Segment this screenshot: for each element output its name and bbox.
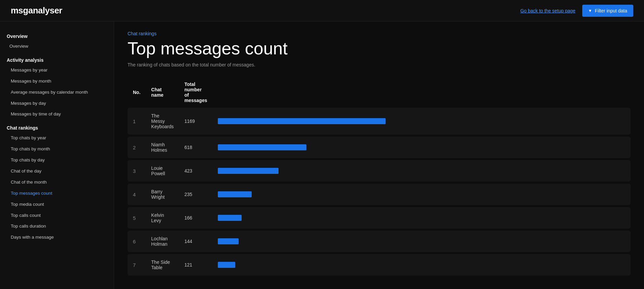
sidebar-item-messages-by-day[interactable]: Messages by day bbox=[0, 98, 114, 109]
cell-bar bbox=[212, 108, 631, 135]
header-right: Go back to the setup page ▼ Filter input… bbox=[520, 5, 633, 17]
cell-count: 144 bbox=[179, 231, 213, 252]
cell-rank: 3 bbox=[128, 160, 146, 182]
sidebar-item-messages-by-time-of-day[interactable]: Messages by time of day bbox=[0, 109, 114, 120]
cell-rank: 7 bbox=[128, 254, 146, 276]
table-row: 2 Niamh Holmes 618 bbox=[128, 137, 631, 158]
cell-bar bbox=[212, 184, 631, 205]
cell-count: 121 bbox=[179, 254, 213, 276]
table-body: 1 The Messy Keyboards 1169 2 Niamh Holme… bbox=[128, 108, 631, 276]
filter-icon: ▼ bbox=[588, 8, 592, 13]
sidebar-section-chat-rankings: Chat rankings bbox=[0, 123, 114, 133]
filter-button-label: Filter input data bbox=[595, 8, 628, 13]
bar-container bbox=[218, 191, 625, 197]
sidebar-item-overview[interactable]: Overview bbox=[0, 41, 114, 52]
sidebar-item-chat-of-the-month[interactable]: Chat of the month bbox=[0, 177, 114, 188]
cell-rank: 1 bbox=[128, 108, 146, 135]
bar-container bbox=[218, 144, 625, 150]
sidebar-section-overview: Overview bbox=[0, 31, 114, 41]
page-title: Top messages count bbox=[128, 39, 631, 58]
sidebar-item-top-calls-count[interactable]: Top calls count bbox=[0, 210, 114, 221]
layout: Overview Overview Activity analysis Mess… bbox=[0, 21, 644, 289]
bar bbox=[218, 168, 279, 174]
cell-count: 423 bbox=[179, 160, 213, 182]
bar bbox=[218, 262, 235, 268]
table-row: 7 The Side Table 121 bbox=[128, 254, 631, 276]
col-header-total: Total number of messages bbox=[179, 79, 213, 106]
bar bbox=[218, 144, 306, 150]
bar bbox=[218, 238, 239, 244]
cell-chat-name: Barry Wright bbox=[146, 184, 179, 205]
cell-bar bbox=[212, 137, 631, 158]
cell-bar bbox=[212, 231, 631, 252]
go-back-link[interactable]: Go back to the setup page bbox=[520, 8, 575, 13]
sidebar-section-activity: Activity analysis bbox=[0, 55, 114, 65]
filter-button[interactable]: ▼ Filter input data bbox=[582, 5, 633, 17]
sidebar: Overview Overview Activity analysis Mess… bbox=[0, 21, 114, 289]
bar-container bbox=[218, 215, 625, 221]
bar bbox=[218, 215, 242, 221]
bar bbox=[218, 191, 252, 197]
sidebar-item-avg-messages-by-calendar-month[interactable]: Average messages by calendar month bbox=[0, 87, 114, 98]
cell-bar bbox=[212, 160, 631, 182]
app-logo: msganalyser bbox=[11, 5, 62, 16]
cell-count: 235 bbox=[179, 184, 213, 205]
bar-container bbox=[218, 262, 625, 268]
cell-count: 1169 bbox=[179, 108, 213, 135]
cell-bar bbox=[212, 207, 631, 229]
cell-rank: 6 bbox=[128, 231, 146, 252]
cell-chat-name: Niamh Holmes bbox=[146, 137, 179, 158]
bar-container bbox=[218, 238, 625, 244]
table-row: 4 Barry Wright 235 bbox=[128, 184, 631, 205]
cell-chat-name: Lochlan Holman bbox=[146, 231, 179, 252]
cell-rank: 5 bbox=[128, 207, 146, 229]
page-description: The ranking of chats based on the total … bbox=[128, 62, 631, 67]
sidebar-item-messages-by-month[interactable]: Messages by month bbox=[0, 76, 114, 87]
sidebar-item-top-chats-by-day[interactable]: Top chats by day bbox=[0, 155, 114, 166]
cell-chat-name: Kelvin Levy bbox=[146, 207, 179, 229]
cell-rank: 4 bbox=[128, 184, 146, 205]
header: msganalyser Go back to the setup page ▼ … bbox=[0, 0, 644, 21]
table-row: 1 The Messy Keyboards 1169 bbox=[128, 108, 631, 135]
main-content: Chat rankings Top messages count The ran… bbox=[114, 21, 644, 289]
sidebar-item-top-messages-count[interactable]: Top messages count bbox=[0, 188, 114, 199]
cell-chat-name: The Messy Keyboards bbox=[146, 108, 179, 135]
col-header-rank: No. bbox=[128, 79, 146, 106]
col-header-chat-name: Chat name bbox=[146, 79, 179, 106]
cell-chat-name: Louie Powell bbox=[146, 160, 179, 182]
sidebar-item-top-media-count[interactable]: Top media count bbox=[0, 199, 114, 210]
bar-container bbox=[218, 168, 625, 174]
table-row: 6 Lochlan Holman 144 bbox=[128, 231, 631, 252]
cell-count: 618 bbox=[179, 137, 213, 158]
sidebar-item-top-calls-duration[interactable]: Top calls duration bbox=[0, 221, 114, 232]
sidebar-item-chat-of-the-day[interactable]: Chat of the day bbox=[0, 166, 114, 177]
sidebar-item-messages-by-year[interactable]: Messages by year bbox=[0, 65, 114, 76]
cell-count: 166 bbox=[179, 207, 213, 229]
cell-rank: 2 bbox=[128, 137, 146, 158]
sidebar-item-top-chats-by-month[interactable]: Top chats by month bbox=[0, 144, 114, 155]
cell-bar bbox=[212, 254, 631, 276]
bar-container bbox=[218, 118, 625, 124]
table-row: 3 Louie Powell 423 bbox=[128, 160, 631, 182]
sidebar-item-days-with-a-message[interactable]: Days with a message bbox=[0, 232, 114, 243]
rankings-table: No. Chat name Total number of messages 1… bbox=[128, 77, 631, 278]
section-label: Chat rankings bbox=[128, 31, 631, 36]
bar bbox=[218, 118, 386, 124]
sidebar-item-top-chats-by-year[interactable]: Top chats by year bbox=[0, 133, 114, 144]
table-row: 5 Kelvin Levy 166 bbox=[128, 207, 631, 229]
cell-chat-name: The Side Table bbox=[146, 254, 179, 276]
